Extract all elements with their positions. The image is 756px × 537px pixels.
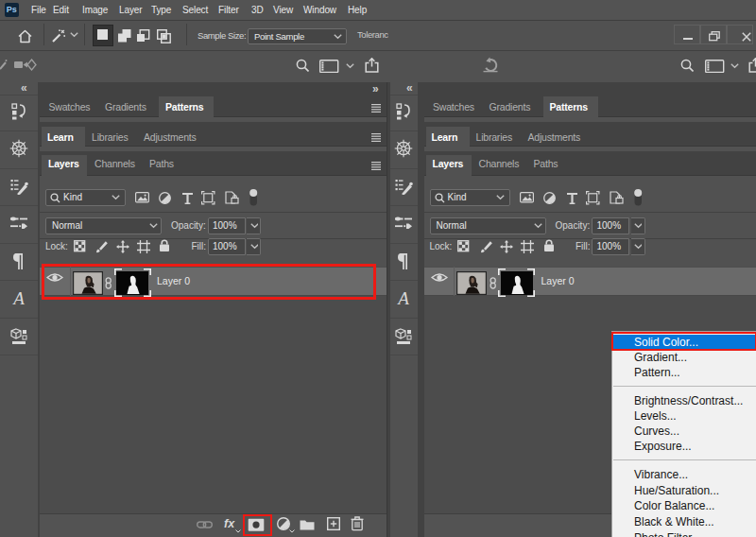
- svg-text:A: A: [396, 288, 409, 308]
- svg-text:A: A: [11, 288, 25, 308]
